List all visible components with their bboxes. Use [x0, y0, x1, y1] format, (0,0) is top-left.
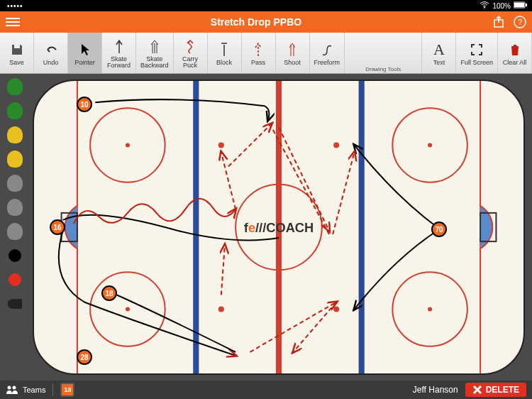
puck-red[interactable] [4, 270, 26, 290]
play-title: Stretch Drop PPBO [20, 16, 492, 28]
svg-rect-2 [514, 3, 524, 7]
shoot-icon [288, 40, 297, 59]
svg-point-0 [484, 7, 485, 9]
teams-button[interactable]: Teams [6, 385, 45, 395]
coach-name: Jeff Hanson [413, 385, 458, 395]
text-tool[interactable]: A Text [422, 33, 456, 73]
svg-point-22 [218, 142, 224, 148]
app-header: Stretch Drop PPBO ? [0, 11, 532, 33]
skate-forward-tool[interactable]: Skate Forward [102, 33, 136, 73]
player-palette [0, 74, 30, 381]
svg-text:fe///COACH: fe///COACH [244, 221, 314, 235]
shoot-tool[interactable]: Shoot [276, 33, 310, 73]
save-button[interactable]: Save [0, 33, 34, 73]
player-yellow-1[interactable] [4, 125, 26, 145]
dashed-arrow-icon [254, 40, 262, 59]
freeform-tool[interactable]: Freeform [310, 33, 345, 73]
status-bar: ••••• 100% [0, 0, 532, 11]
svg-point-29 [8, 386, 11, 390]
block-tool[interactable]: Block [208, 33, 242, 73]
trash-icon [509, 40, 521, 59]
delete-button[interactable]: DELETE [465, 383, 526, 397]
svg-point-25 [333, 307, 339, 312]
toolbar-spacer: Drawing Tools [345, 33, 422, 73]
divider [52, 383, 53, 396]
player-green-1[interactable] [4, 77, 26, 97]
player-marker-70[interactable]: 70 [431, 222, 447, 237]
share-button[interactable] [492, 16, 505, 28]
wavy-arrow-icon [185, 38, 195, 56]
pointer-icon [80, 40, 90, 59]
player-grey-3[interactable] [4, 222, 26, 241]
svg-point-15 [126, 143, 130, 147]
svg-point-24 [333, 142, 339, 148]
signal-dots: ••••• [7, 2, 23, 10]
text-icon: A [433, 40, 445, 59]
drawing-toolbar: Save Undo Pointer Skate Forward Skate Ba… [0, 33, 532, 74]
player-grey-1[interactable] [4, 173, 26, 193]
pointer-tool[interactable]: Pointer [68, 33, 102, 73]
clear-all-button[interactable]: Clear All [498, 33, 532, 73]
svg-point-23 [218, 307, 224, 312]
save-icon [10, 40, 24, 59]
player-marker-18[interactable]: 18 [101, 285, 117, 301]
svg-point-17 [126, 307, 130, 312]
bottom-bar: Teams 18 Jeff Hanson DELETE [0, 381, 532, 399]
drawing-tools-label: Drawing Tools [345, 66, 421, 72]
fullscreen-icon [470, 40, 483, 59]
svg-point-21 [428, 307, 432, 312]
player-marker-10[interactable]: 10 [77, 97, 92, 112]
svg-point-19 [428, 143, 432, 147]
main-area: fe///COACH [0, 74, 532, 381]
player-marker-28[interactable]: 28 [77, 349, 92, 365]
player-grey-2[interactable] [4, 197, 26, 217]
battery-percent: 100% [492, 2, 511, 10]
hockey-rink[interactable]: fe///COACH [33, 80, 525, 375]
pass-tool[interactable]: Pass [242, 33, 276, 73]
freeform-icon [321, 40, 333, 59]
skate-backward-icon [150, 38, 160, 56]
x-icon [472, 385, 482, 395]
people-icon [6, 385, 18, 395]
arrow-up-icon [115, 38, 123, 56]
help-button[interactable]: ? [514, 16, 526, 28]
svg-point-30 [13, 386, 16, 390]
fullscreen-button[interactable]: Full Screen [456, 33, 498, 73]
carry-puck-tool[interactable]: Carry Puck [174, 33, 208, 73]
skate-backward-tool[interactable]: Skate Backward [136, 33, 174, 73]
wifi-icon [480, 1, 489, 10]
whistle[interactable] [4, 294, 26, 314]
rink-svg: fe///COACH [34, 81, 523, 373]
svg-rect-3 [526, 4, 527, 6]
battery-icon [514, 1, 528, 10]
undo-icon [43, 40, 59, 59]
block-icon [220, 40, 228, 59]
rink-container: fe///COACH [30, 74, 532, 381]
undo-button[interactable]: Undo [34, 33, 68, 73]
player-marker-16[interactable]: 16 [50, 219, 65, 235]
puck-black[interactable] [4, 246, 26, 266]
svg-text:?: ? [518, 18, 522, 26]
player-yellow-2[interactable] [4, 149, 26, 169]
player-green-2[interactable] [4, 101, 26, 121]
menu-button[interactable] [6, 16, 20, 28]
selected-player-chip[interactable]: 18 [60, 383, 74, 397]
